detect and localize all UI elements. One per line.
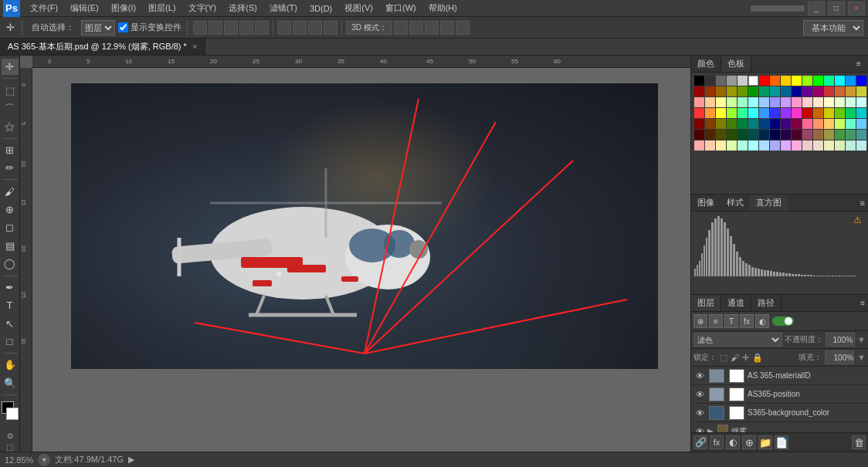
swatch[interactable]: [759, 140, 769, 151]
lock-move-btn[interactable]: ✛: [742, 353, 749, 363]
swatch[interactable]: [694, 108, 704, 118]
swatch[interactable]: [727, 86, 737, 96]
add-style-btn[interactable]: fx: [710, 435, 724, 449]
tool-dodge[interactable]: ◯: [2, 255, 19, 272]
swatch[interactable]: [737, 97, 748, 107]
align-btn-6[interactable]: [277, 21, 291, 35]
swatch[interactable]: [716, 97, 726, 107]
move-tool[interactable]: ✛: [5, 20, 16, 35]
swatch[interactable]: [835, 130, 845, 140]
swatch[interactable]: [737, 108, 748, 118]
swatch[interactable]: [727, 97, 737, 107]
align-btn-9[interactable]: [324, 21, 337, 35]
menu-item-view[interactable]: 视图(V): [339, 1, 378, 15]
swatch[interactable]: [781, 76, 791, 86]
swatch[interactable]: [846, 130, 856, 140]
layer-visibility-toggle[interactable]: 👁: [693, 388, 706, 401]
swatch[interactable]: [824, 119, 834, 129]
swatch[interactable]: [748, 97, 758, 107]
lock-all-btn[interactable]: 🔒: [752, 353, 763, 363]
swatch[interactable]: [759, 119, 769, 129]
swatch[interactable]: [824, 97, 834, 107]
tool-eyedropper[interactable]: ✏: [2, 160, 19, 176]
tool-text[interactable]: T: [2, 297, 19, 313]
tool-gradient[interactable]: ▤: [2, 238, 19, 254]
swatch[interactable]: [792, 119, 802, 129]
add-mask-btn[interactable]: ◐: [726, 435, 740, 449]
swatch[interactable]: [856, 130, 866, 140]
swatch[interactable]: [846, 76, 856, 86]
link-layers-btn[interactable]: 🔗: [693, 435, 707, 449]
tab-swatches[interactable]: 色板: [721, 56, 751, 72]
swatch[interactable]: [694, 86, 704, 96]
hist-panel-btn[interactable]: ≡: [860, 195, 868, 211]
swatch[interactable]: [856, 86, 866, 96]
menu-item-select[interactable]: 选择(S): [223, 1, 263, 15]
swatch[interactable]: [716, 140, 726, 151]
tool-shape[interactable]: □: [2, 333, 19, 350]
layer-filter-btn[interactable]: ≡: [709, 314, 723, 328]
lock-pixels-btn[interactable]: ⬚: [720, 353, 727, 363]
swatch[interactable]: [759, 130, 769, 140]
tool-path-select[interactable]: ↖: [2, 315, 19, 331]
show-transform-checkbox[interactable]: [118, 22, 128, 32]
zoom-menu-btn[interactable]: ▼: [38, 454, 50, 466]
tool-pen[interactable]: ✒: [2, 279, 19, 296]
swatch[interactable]: [694, 140, 704, 151]
align-btn-5[interactable]: [255, 21, 269, 35]
swatch[interactable]: [759, 76, 769, 86]
swatch[interactable]: [716, 76, 726, 86]
swatch[interactable]: [856, 76, 866, 86]
swatch[interactable]: [835, 97, 845, 107]
swatch[interactable]: [792, 76, 802, 86]
tool-crop[interactable]: ⊞: [2, 142, 19, 158]
swatch[interactable]: [835, 108, 845, 118]
swatch[interactable]: [813, 130, 823, 140]
layer-visibility-toggle[interactable]: 👁: [693, 425, 706, 433]
tool-lasso[interactable]: ⌒: [2, 100, 19, 117]
layers-panel-menu[interactable]: ≡: [860, 299, 865, 307]
minimize-button[interactable]: _: [808, 2, 825, 15]
swatch[interactable]: [716, 108, 726, 118]
align-btn-8[interactable]: [308, 21, 322, 35]
swatch[interactable]: [705, 86, 715, 96]
basic-func-select[interactable]: 基本功能: [803, 20, 863, 36]
align-btn-7[interactable]: [293, 21, 307, 35]
swatch[interactable]: [846, 119, 856, 129]
swatch[interactable]: [813, 119, 823, 129]
swatch[interactable]: [813, 140, 823, 151]
swatch[interactable]: [781, 119, 791, 129]
tab-channels[interactable]: 通道: [721, 295, 751, 311]
swatch[interactable]: [737, 119, 748, 129]
swatch[interactable]: [748, 119, 758, 129]
lock-paint-btn[interactable]: 🖌: [731, 353, 739, 362]
document-canvas[interactable]: ⊕: [71, 83, 658, 369]
swatch[interactable]: [856, 97, 866, 107]
tab-style[interactable]: 样式: [721, 195, 750, 211]
tab-close-btn[interactable]: ×: [192, 42, 197, 51]
swatch[interactable]: [770, 140, 780, 151]
swatch[interactable]: [824, 86, 834, 96]
swatch[interactable]: [824, 76, 834, 86]
swatch[interactable]: [748, 130, 758, 140]
auto-select-type[interactable]: 图层: [81, 20, 115, 36]
layer-item-folder[interactable]: 👁 ▶ 烟雾: [691, 422, 868, 432]
align-btn-1[interactable]: [193, 21, 207, 35]
swatch[interactable]: [748, 86, 758, 96]
swatch[interactable]: [781, 108, 791, 118]
folder-expand-icon[interactable]: ▶: [707, 427, 714, 432]
swatch[interactable]: [705, 130, 715, 140]
swatch[interactable]: [716, 86, 726, 96]
swatch[interactable]: [846, 86, 856, 96]
swatch[interactable]: [694, 130, 704, 140]
tab-adjustments[interactable]: 图像: [691, 195, 721, 211]
swatch[interactable]: [835, 119, 845, 129]
opacity-input[interactable]: [826, 333, 855, 347]
swatch[interactable]: [781, 86, 791, 96]
3d-btn-1[interactable]: [394, 21, 408, 35]
align-btn-2[interactable]: [209, 21, 222, 35]
swatch[interactable]: [835, 76, 845, 86]
canvas-area[interactable]: 0 5 10 15 20 25 30 35 40 45 50 55 60 0 5…: [20, 56, 690, 452]
swatch[interactable]: [727, 140, 737, 151]
menu-item-filter[interactable]: 滤镜(T): [264, 1, 303, 15]
